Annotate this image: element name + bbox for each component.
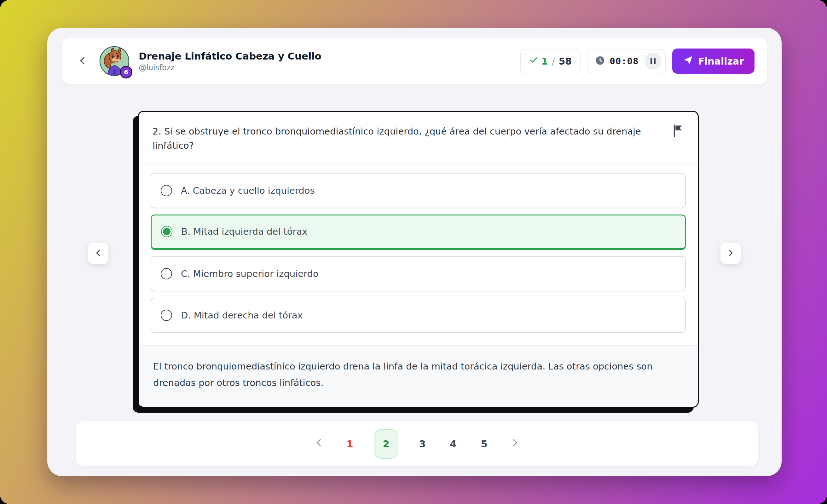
option-label: D. Mitad derecha del tórax: [181, 310, 303, 321]
question-card: 2. Si se obstruye el tronco bronquiomedi…: [138, 111, 699, 408]
option-label: B. Mitad izquierda del tórax: [181, 226, 307, 237]
chevron-right-icon: [510, 438, 520, 450]
progress-separator: /: [551, 56, 555, 67]
timer-badge: 00:08: [587, 49, 666, 73]
pagination-prev-button[interactable]: [312, 437, 326, 450]
page-button-5[interactable]: 5: [477, 438, 491, 450]
page-button-4[interactable]: 4: [446, 438, 460, 450]
finish-button[interactable]: Finalizar: [672, 49, 755, 74]
avatar: Σ 6: [99, 46, 130, 77]
next-question-button[interactable]: [721, 243, 741, 264]
pagination-bar: 1 2 3 4 5: [76, 421, 758, 466]
option-label: C. Miembro superior izquierdo: [181, 268, 319, 279]
answer-option-a[interactable]: A. Cabeza y cuello izquierdos: [151, 173, 686, 208]
progress-current: 1: [541, 56, 548, 67]
options-list: A. Cabeza y cuello izquierdos B. Mitad i…: [139, 164, 698, 333]
radio-unselected-icon: [161, 268, 172, 280]
send-icon: [683, 55, 693, 67]
chevron-left-icon: [94, 248, 103, 259]
explanation-text: El tronco bronquiomediastínico izquierdo…: [153, 358, 683, 391]
avatar-level-badge: 6: [120, 66, 132, 79]
radio-unselected-icon: [161, 310, 172, 321]
radio-unselected-icon: [161, 185, 172, 196]
answer-option-d[interactable]: D. Mitad derecha del tórax: [151, 298, 686, 333]
pagination-next-button[interactable]: [508, 437, 522, 450]
progress-badge: 1 / 58: [520, 49, 581, 73]
answer-option-c[interactable]: C. Miembro superior izquierdo: [151, 256, 686, 291]
quiz-author: @luisfbzz: [139, 63, 322, 72]
title-block: Drenaje Linfático Cabeza y Cuello @luisf…: [139, 50, 322, 72]
option-label: A. Cabeza y cuello izquierdos: [181, 185, 315, 196]
timer-value: 00:08: [610, 56, 638, 66]
page-button-3[interactable]: 3: [416, 438, 429, 450]
quiz-window: Σ 6 Drenaje Linfático Cabeza y Cuello @l…: [47, 28, 782, 476]
finish-label: Finalizar: [698, 56, 744, 67]
chevron-right-icon: [726, 248, 735, 259]
back-button[interactable]: [76, 54, 90, 68]
quiz-title: Drenaje Linfático Cabeza y Cuello: [139, 50, 322, 62]
prev-question-button[interactable]: [88, 243, 108, 264]
explanation-panel: El tronco bronquiomediastínico izquierdo…: [139, 345, 698, 407]
question-header: 2. Si se obstruye el tronco bronquiomedi…: [139, 112, 698, 164]
clock-icon: [595, 55, 605, 67]
header-bar: Σ 6 Drenaje Linfático Cabeza y Cuello @l…: [62, 38, 767, 85]
radio-selected-icon: [161, 226, 173, 237]
page-button-1[interactable]: 1: [343, 438, 357, 450]
flag-button[interactable]: [671, 123, 685, 139]
answer-option-b[interactable]: B. Mitad izquierda del tórax: [151, 214, 686, 250]
flag-icon: [672, 124, 684, 139]
svg-text:Σ: Σ: [113, 69, 116, 75]
check-icon: [529, 55, 538, 67]
chevron-left-icon: [314, 438, 324, 450]
chevron-left-icon: [77, 55, 88, 67]
pause-icon: [650, 58, 655, 64]
background-gradient: Σ 6 Drenaje Linfático Cabeza y Cuello @l…: [0, 0, 827, 504]
page-button-2[interactable]: 2: [374, 429, 398, 459]
progress-total: 58: [558, 56, 572, 67]
pause-button[interactable]: [644, 53, 662, 69]
question-text: 2. Si se obstruye el tronco bronquiomedi…: [152, 124, 650, 153]
